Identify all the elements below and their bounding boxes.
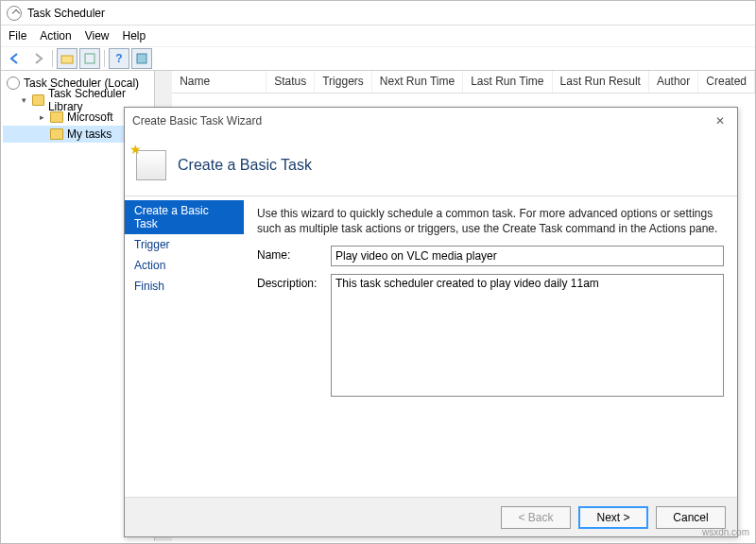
col-nextrun[interactable]: Next Run Time xyxy=(372,71,463,93)
description-label: Description: xyxy=(257,274,331,290)
name-label: Name: xyxy=(257,246,331,262)
col-status[interactable]: Status xyxy=(266,71,315,93)
toolbar: ? xyxy=(1,46,755,71)
col-author[interactable]: Author xyxy=(649,71,698,93)
menu-help[interactable]: Help xyxy=(123,29,146,42)
dialog-body: Create a Basic Task Trigger Action Finis… xyxy=(125,196,737,497)
folder-icon xyxy=(32,94,44,106)
scheduler-icon xyxy=(7,76,20,90)
wizard-steps: Create a Basic Task Trigger Action Finis… xyxy=(125,196,244,497)
dialog-title: Create Basic Task Wizard xyxy=(132,114,262,128)
step-action[interactable]: Action xyxy=(125,255,244,276)
step-create[interactable]: Create a Basic Task xyxy=(125,200,244,234)
name-input[interactable] xyxy=(331,246,724,266)
wizard-intro: Use this wizard to quickly schedule a co… xyxy=(257,206,724,236)
step-trigger[interactable]: Trigger xyxy=(125,234,244,255)
wizard-form: Use this wizard to quickly schedule a co… xyxy=(244,196,737,497)
svg-rect-0 xyxy=(61,56,73,63)
titlebar: Task Scheduler xyxy=(1,1,755,26)
menu-file[interactable]: File xyxy=(9,29,26,42)
col-triggers[interactable]: Triggers xyxy=(315,71,372,93)
run-button[interactable] xyxy=(131,48,152,69)
back-button[interactable] xyxy=(5,48,26,69)
col-created[interactable]: Created xyxy=(698,71,755,93)
step-finish[interactable]: Finish xyxy=(125,276,244,297)
folder-icon xyxy=(50,128,63,140)
help-button[interactable]: ? xyxy=(109,48,129,69)
separator xyxy=(52,50,53,67)
dialog-header: Create a Basic Task xyxy=(125,134,737,196)
menubar: File Action View Help xyxy=(1,26,755,46)
cancel-button[interactable]: Cancel xyxy=(656,506,726,529)
svg-rect-2 xyxy=(137,54,146,63)
col-lastrun[interactable]: Last Run Time xyxy=(463,71,552,93)
folder-icon xyxy=(50,111,63,123)
app-icon xyxy=(7,6,22,21)
separator xyxy=(104,50,105,67)
list-header: Name Status Triggers Next Run Time Last … xyxy=(172,71,755,94)
app-title: Task Scheduler xyxy=(27,7,105,20)
menu-action[interactable]: Action xyxy=(40,29,71,42)
dialog-titlebar: Create Basic Task Wizard ✕ xyxy=(125,108,737,134)
dialog-buttons: < Back Next > Cancel xyxy=(125,497,737,536)
description-input[interactable]: This task scheduler created to play vide… xyxy=(331,274,724,397)
app-window: Task Scheduler File Action View Help ? T… xyxy=(0,0,756,544)
properties-button[interactable] xyxy=(79,48,100,69)
folder-button[interactable] xyxy=(57,48,77,69)
col-name[interactable]: Name xyxy=(172,71,266,93)
close-button[interactable]: ✕ xyxy=(711,111,730,130)
svg-rect-1 xyxy=(85,54,94,63)
menu-view[interactable]: View xyxy=(85,29,110,42)
watermark: wsxdn.com xyxy=(702,527,749,537)
col-lastresult[interactable]: Last Run Result xyxy=(553,71,649,93)
forward-button[interactable] xyxy=(27,48,48,69)
expander-icon[interactable]: ▾ xyxy=(20,95,28,105)
back-button: < Back xyxy=(501,506,571,529)
wizard-icon xyxy=(136,150,166,180)
wizard-dialog: Create Basic Task Wizard ✕ Create a Basi… xyxy=(124,107,738,537)
expander-icon[interactable]: ▸ xyxy=(37,112,46,122)
wizard-heading: Create a Basic Task xyxy=(178,157,312,174)
next-button[interactable]: Next > xyxy=(578,506,648,529)
